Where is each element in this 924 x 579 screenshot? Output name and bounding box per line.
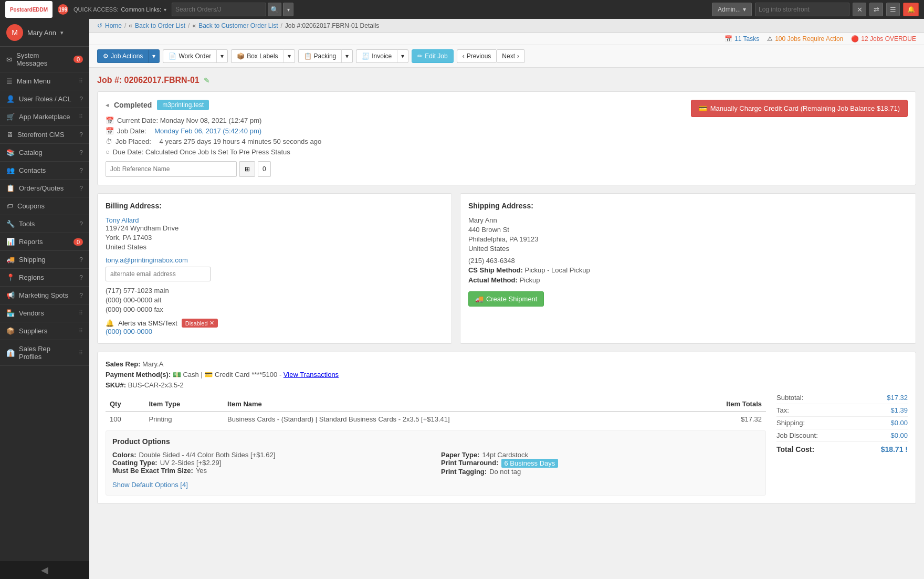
jobs-require-action-notif[interactable]: ⚠ 100 Jobs Require Action	[767, 35, 843, 43]
row-item-type: Printing	[144, 412, 223, 426]
sidebar-item-main-menu[interactable]: ☰Main Menu ⠿	[0, 72, 89, 90]
alt-email-input[interactable]	[106, 267, 211, 281]
logo: PostcardEDDM	[5, 1, 52, 18]
sidebar-item-regions[interactable]: 📍Regions ?	[0, 269, 89, 287]
job-actions-dropdown[interactable]: ▾	[148, 49, 160, 63]
search-input[interactable]	[172, 3, 266, 16]
breadcrumb-home[interactable]: Home	[105, 22, 122, 29]
sidebar-item-marketing-spots[interactable]: 📢Marketing Spots ?	[0, 287, 89, 304]
tasks-notif[interactable]: 📅 11 Tasks	[724, 35, 759, 43]
page-body: Job #: 02062017.FBRN-01 ✎ ◂ Completed m3…	[89, 68, 924, 579]
option-trim: Must Be Exact Trim Size: Yes	[112, 467, 430, 475]
prev-next-group: ‹ Previous Next ›	[457, 49, 525, 63]
edit-job-button[interactable]: ✏ Edit Job	[412, 49, 453, 63]
shipping-name: Mary Ann	[468, 216, 908, 224]
phone-main: (717) 577-1023 main	[106, 287, 444, 294]
edit-job-icon[interactable]: ✎	[204, 76, 210, 85]
search-button[interactable]: 🔍	[268, 3, 281, 16]
sidebar-item-suppliers[interactable]: 📦Suppliers ⠿	[0, 322, 89, 340]
packing-button[interactable]: 📋 Packing	[298, 49, 342, 63]
ref-icon-btn[interactable]: ⊞	[239, 161, 255, 177]
admin-button[interactable]: Admin...▾	[712, 3, 752, 16]
invoice-button[interactable]: 🧾 Invoice	[356, 49, 397, 63]
sidebar-item-system-messages[interactable]: ✉System Messages 0	[0, 47, 89, 72]
billing-name[interactable]: Tony Allard	[106, 216, 139, 224]
row-total: $17.32	[679, 412, 766, 426]
billing-title: Billing Address:	[106, 202, 444, 210]
box-labels-button[interactable]: 📦 Box Labels	[231, 49, 283, 63]
next-button[interactable]: Next ›	[496, 49, 525, 63]
work-order-button[interactable]: 📄 Work Order	[163, 49, 216, 63]
status-left: ◂ Completed m3printing.test 📅 Current Da…	[106, 100, 321, 177]
user-avatar: M	[6, 24, 23, 41]
sidebar-item-app-marketplace[interactable]: 🛒App Marketplace ⠿	[0, 108, 89, 126]
alerts-row: 🔔 Alerts via SMS/Text Disabled ✕	[106, 319, 444, 328]
sidebar-collapse-btn[interactable]: ◀	[0, 561, 89, 579]
sidebar-item-sales-rep[interactable]: 👔Sales Rep Profiles ⠿	[0, 340, 89, 366]
breadcrumb-refresh-icon[interactable]: ↺	[97, 22, 102, 29]
box-labels-dropdown[interactable]: ▾	[284, 49, 295, 63]
breadcrumb-customer-order-list[interactable]: Back to Customer Order List	[198, 22, 278, 29]
search-dropdown[interactable]: ▾	[283, 3, 293, 16]
billing-address1: 119724 Wyndham Drive	[106, 224, 444, 232]
due-date-row: ○ Due Date: Calculated Once Job Is Set T…	[106, 148, 321, 156]
store-badge[interactable]: m3printing.test	[157, 100, 209, 110]
packing-dropdown[interactable]: ▾	[341, 49, 353, 63]
col-qty: Qty	[106, 397, 144, 412]
breadcrumb-order-list[interactable]: Back to Order List	[135, 22, 185, 29]
option-coating: Coating Type: UV 2-Sides [+$2.29]	[112, 459, 430, 467]
sidebar-item-vendors[interactable]: 🏪Vendors ⠿	[0, 304, 89, 322]
close-icon-btn[interactable]: ✕	[853, 3, 866, 16]
create-shipment-button[interactable]: 🚚 Create Shipment	[468, 291, 544, 307]
totals-total: Total Cost: $18.71 !	[776, 442, 908, 457]
sidebar-item-coupons[interactable]: 🏷Coupons	[0, 197, 89, 215]
sidebar-item-storefront-cms[interactable]: 🖥Storefront CMS ?	[0, 126, 89, 144]
notification-badge[interactable]: 199	[58, 4, 68, 15]
billing-country: United States	[106, 243, 444, 251]
menu-icon-btn[interactable]: ☰	[886, 3, 900, 16]
search-box: 🔍 ▾	[172, 3, 293, 16]
disabled-badge[interactable]: Disabled ✕	[182, 319, 218, 328]
sidebar-item-user-roles[interactable]: 👤User Roles / ACL ?	[0, 90, 89, 108]
breadcrumb: ↺ Home / « Back to Order List / « Back t…	[89, 19, 924, 33]
phone-fax: (000) 000-0000 fax	[106, 306, 444, 313]
refresh-icon-btn[interactable]: ⇄	[869, 3, 883, 16]
common-links-btn[interactable]: Common Links:	[121, 6, 161, 13]
sidebar-item-contacts[interactable]: 👥Contacts ?	[0, 162, 89, 180]
job-ref-input[interactable]	[106, 161, 237, 177]
job-date-value: Monday Feb 06, 2017 (5:42:40 pm)	[154, 127, 261, 135]
previous-button[interactable]: ‹ Previous	[457, 49, 497, 63]
alert-btn[interactable]: 🔔	[903, 3, 919, 16]
billing-email[interactable]: tony.a@printinginabox.com	[106, 256, 444, 264]
status-label: Completed	[114, 101, 152, 109]
show-default-options-link[interactable]: Show Default Options [4]	[112, 481, 188, 489]
work-order-group: 📄 Work Order ▾	[163, 49, 228, 63]
work-order-dropdown[interactable]: ▾	[216, 49, 228, 63]
sidebar-item-orders-quotes[interactable]: 📋Orders/Quotes ?	[0, 180, 89, 197]
job-date-row: 📅 Job Date: Monday Feb 06, 2017 (5:42:40…	[106, 127, 321, 135]
view-transactions-link[interactable]: View Transactions	[284, 371, 339, 378]
sms-phone-link[interactable]: (000) 000-0000	[106, 328, 152, 335]
sidebar-user[interactable]: M Mary Ann ▾	[0, 19, 89, 47]
shipping-phone: (215) 463-6348	[468, 257, 908, 265]
packing-group: 📋 Packing ▾	[298, 49, 353, 63]
order-table: Qty Item Type Item Name Item Totals 100 …	[106, 397, 766, 426]
sidebar-item-reports[interactable]: 📊Reports 0	[0, 233, 89, 251]
storefront-input[interactable]	[755, 3, 849, 16]
shipping-address1: 440 Brown St	[468, 226, 908, 234]
shipping-panel: Shipping Address: Mary Ann 440 Brown St …	[460, 193, 916, 344]
job-ref-row: ⊞ 0	[106, 161, 321, 177]
jobs-overdue-notif[interactable]: 🔴 12 Jobs OVERDUE	[851, 35, 916, 43]
sidebar: M Mary Ann ▾ ✉System Messages 0 ☰Main Me…	[0, 19, 89, 579]
sidebar-item-shipping[interactable]: 🚚Shipping ?	[0, 251, 89, 269]
action-bar: ⚙ Job Actions ▾ 📄 Work Order ▾ 📦 Box Lab…	[89, 45, 924, 68]
invoice-dropdown[interactable]: ▾	[397, 49, 408, 63]
charge-credit-card-button[interactable]: 💳 Manually Charge Credit Card (Remaining…	[691, 100, 908, 117]
option-tagging: Print Tagging: Do not tag	[441, 468, 759, 476]
main-content: ↺ Home / « Back to Order List / « Back t…	[89, 19, 924, 579]
row-qty: 100	[106, 412, 144, 426]
job-actions-button[interactable]: ⚙ Job Actions	[97, 49, 148, 63]
sidebar-item-catalog[interactable]: 📚Catalog ?	[0, 144, 89, 162]
shipping-title: Shipping Address:	[468, 202, 908, 210]
sidebar-item-tools[interactable]: 🔧Tools ?	[0, 215, 89, 233]
